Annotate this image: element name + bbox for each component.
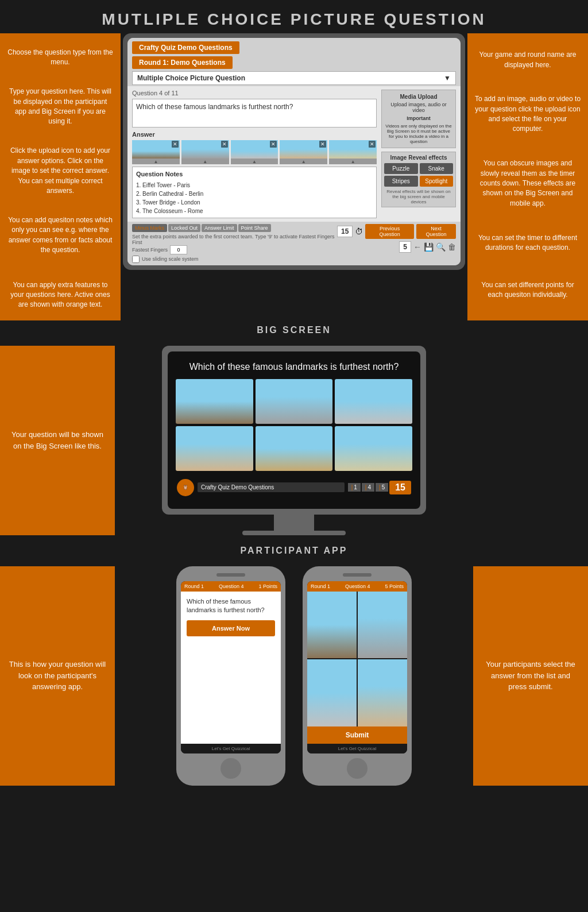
stand-neck xyxy=(274,515,314,531)
stand-base xyxy=(242,531,346,535)
center-ui: Crafty Quiz Demo Questions Round 1: Demo… xyxy=(123,33,465,270)
participant-label: PARTICIPANT APP xyxy=(0,541,588,561)
search-icon[interactable]: 🔍 xyxy=(436,242,446,252)
participant-left-ann: This is how your question will look on t… xyxy=(0,566,115,786)
bigscreen-left-ann: Your question will be shown on the Big S… xyxy=(0,346,115,535)
save-icon[interactable]: 💾 xyxy=(424,242,434,252)
bs-timer: 15 xyxy=(389,481,411,494)
note-1: 2. Berlin Cathedral - Berlin xyxy=(136,190,373,198)
bs-img-berlin xyxy=(256,379,333,424)
left-ann-3: You can add quesiton notes which only yo… xyxy=(7,212,114,259)
media-important-label: Important xyxy=(407,115,431,121)
note-3: 4. The Colosseum - Rome xyxy=(136,207,373,215)
big-screen-inner: Which of these famous landmarks is furth… xyxy=(168,351,420,509)
phone2: Round 1 Question 4 5 Points Submit Let's… xyxy=(303,566,412,786)
phone1-footer: Let's Get Quizzical xyxy=(181,744,281,753)
bs-img-eiffel xyxy=(176,379,253,424)
bs-score-r: | 1 xyxy=(348,483,361,492)
participant-right-text: Your participants select the answer from… xyxy=(481,659,580,693)
reveal-btn-puzzle[interactable]: Puzzle xyxy=(384,163,418,174)
phone1-home[interactable] xyxy=(220,758,241,779)
sliding-scale-checkbox[interactable] xyxy=(132,256,140,263)
ph2-img-eiffel[interactable] xyxy=(307,592,357,659)
next-question-btn[interactable]: Next Question xyxy=(416,224,456,239)
reveal-btn-spotlight[interactable]: Spotlight xyxy=(420,176,454,187)
phone1-content: Which of these famous landmarks is furth… xyxy=(181,592,281,744)
left-annotations: Choose the question type from the menu. … xyxy=(0,33,121,270)
section1-bottom-anns: You can apply extra features to your que… xyxy=(0,270,588,320)
quiz-sidebar: Media Upload Upload images, audio or vid… xyxy=(381,90,456,218)
image-reveal-box: Image Reveal effects Puzzle Snake Stripe… xyxy=(381,152,456,207)
tab-locked-out[interactable]: Locked Out xyxy=(168,224,200,232)
answer-img-parthenon[interactable]: ✕ ▲ xyxy=(329,140,377,164)
section1-wrapper: Choose the question type from the menu. … xyxy=(0,33,588,270)
clock-icon: ⏱ xyxy=(355,227,363,236)
prev-question-btn[interactable]: Previous Question xyxy=(365,224,414,239)
timer-value: 15 xyxy=(337,226,353,237)
right-ann-2: You can obscure images and slowly reveal… xyxy=(474,155,581,212)
right-bottom-ann: You can set different points for each qu… xyxy=(467,270,588,320)
ff-desc: Set the extra points awarded to the firs… xyxy=(132,234,337,245)
bs-img-rome xyxy=(176,426,253,471)
bs-score2: 4 xyxy=(368,484,371,490)
reveal-btn-snake[interactable]: Snake xyxy=(420,163,454,174)
phone2-topbar: Round 1 Question 4 5 Points xyxy=(307,581,407,592)
tab-minus-marks[interactable]: Minus Marks xyxy=(132,224,167,232)
fastest-fingers: Fastest Fingers xyxy=(132,245,337,254)
bs-score3: 5 xyxy=(382,484,385,490)
answer-img-eiffel[interactable]: ✕ ▲ xyxy=(132,140,180,164)
ph2-img-london[interactable] xyxy=(307,659,357,726)
breadcrumb2-btn[interactable]: Round 1: Demo Questions xyxy=(132,56,233,69)
phone2-home[interactable] xyxy=(347,758,368,779)
phone1-round: Round 1 xyxy=(184,583,204,589)
media-important-text: Videos are only displayed on the Big Scr… xyxy=(385,123,452,144)
right-ann-0: Your game and round name are displayed h… xyxy=(474,47,581,74)
media-upload-desc: Upload images, audio or video xyxy=(385,102,452,113)
answer-img-london[interactable]: ✕ ▲ xyxy=(231,140,278,164)
answer-label: Answer xyxy=(132,131,377,138)
phone1-points: 1 Points xyxy=(258,583,277,589)
bigscreen-section: Your question will be shown on the Big S… xyxy=(0,340,588,541)
bs-score1: 1 xyxy=(354,484,357,490)
right-ann-3: You can set the timer to different durat… xyxy=(474,230,581,257)
big-screen-frame: Which of these famous landmarks is furth… xyxy=(162,346,426,515)
bs-score-q: | 4 xyxy=(362,483,374,492)
phone1-camera xyxy=(216,573,245,577)
question-type-label: Multiple Choice Picture Question xyxy=(137,74,245,82)
center-bottom-spacer xyxy=(121,270,467,320)
media-upload-title: Media Upload xyxy=(385,94,452,100)
bs-score-p: | 5 xyxy=(376,483,388,492)
question-text[interactable]: Which of these famous landmarks is furth… xyxy=(132,99,377,127)
tab-point-share[interactable]: Point Share xyxy=(238,224,271,232)
ph2-img-berlin[interactable] xyxy=(358,592,407,659)
phone1-screen: Round 1 Question 4 1 Points Which of the… xyxy=(181,581,281,753)
answer-img-rome[interactable]: ✕ ▲ xyxy=(280,140,327,164)
reveal-buttons-grid: Puzzle Snake Stripes Spotlight xyxy=(384,163,453,187)
reveal-note: Reveal effects will be shown on the big … xyxy=(384,189,453,204)
bs-scores: | 1 | 4 | 5 15 xyxy=(348,481,411,494)
phones-wrapper: Round 1 Question 4 1 Points Which of the… xyxy=(115,566,473,786)
participant-section: This is how your question will look on t… xyxy=(0,561,588,803)
arrow-left-icon[interactable]: ← xyxy=(413,242,421,252)
left-ann-1: Type your question here. This will be di… xyxy=(7,83,114,130)
quiz-ui: Crafty Quiz Demo Questions Round 1: Demo… xyxy=(127,38,461,265)
phone2-screen: Round 1 Question 4 5 Points Submit Let's… xyxy=(307,581,407,753)
tab-answer-limit[interactable]: Answer Limit xyxy=(202,224,237,232)
chevron-down-icon[interactable]: ▼ xyxy=(444,74,451,82)
bs-logo: 🦉 xyxy=(177,479,194,496)
answer-img-berlin[interactable]: ✕ ▲ xyxy=(181,140,229,164)
right-annotations: Your game and round name are displayed h… xyxy=(467,33,588,270)
delete-icon[interactable]: 🗑 xyxy=(448,242,456,252)
ff-input[interactable] xyxy=(170,245,187,254)
ph2-img-rome[interactable] xyxy=(358,659,407,726)
reveal-btn-stripes[interactable]: Stripes xyxy=(384,176,418,187)
note-0: 1. Eiffel Tower - Paris xyxy=(136,181,373,190)
sliding-scale-label: Use sliding scale system xyxy=(142,256,199,262)
bs-footer: 🦉 Crafty Quiz Demo Questions | 1 | 4 | xyxy=(176,477,412,498)
bigscreen-right-spacer xyxy=(473,346,588,535)
bigscreen-center: Which of these famous landmarks is furth… xyxy=(115,346,473,535)
phone2-submit-btn[interactable]: Submit xyxy=(307,726,407,744)
phone1: Round 1 Question 4 1 Points Which of the… xyxy=(176,566,285,786)
phone1-answer-btn[interactable]: Answer Now xyxy=(187,620,275,636)
breadcrumb1-btn[interactable]: Crafty Quiz Demo Questions xyxy=(132,41,239,54)
